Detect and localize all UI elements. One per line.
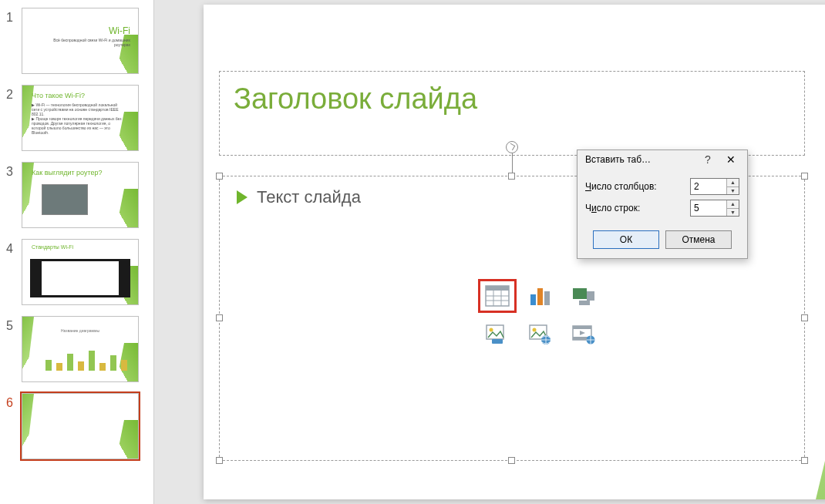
svg-point-15 (533, 328, 537, 332)
svg-rect-18 (573, 326, 591, 329)
insert-picture-button[interactable] (478, 318, 517, 351)
thumbnail-number: 5 (6, 316, 22, 333)
rotate-handle-icon[interactable] (506, 141, 518, 153)
thumbnail-4[interactable]: 4 Стандарты Wi-Fi (0, 231, 153, 308)
columns-input[interactable] (691, 179, 726, 194)
picture-icon (485, 324, 510, 345)
thumbnail-title: Стандарты Wi-Fi (32, 244, 73, 250)
thumbnail-3[interactable]: 3 Как выглядит роутер? (0, 154, 153, 231)
thumbnail-6[interactable]: 6 (0, 385, 153, 462)
thumbnail-subtitle: Всё беспроводной связи Wi-Fi и домашних … (53, 38, 130, 47)
rows-spinner[interactable]: ▲▼ (690, 200, 739, 217)
spin-up-icon[interactable]: ▲ (727, 179, 739, 187)
insert-table-dialog: Вставить таб… ? ✕ Число столбцов: ▲▼ Чис… (577, 150, 748, 259)
svg-rect-8 (544, 291, 550, 305)
dialog-help-button[interactable]: ? (698, 153, 718, 166)
columns-spinner[interactable]: ▲▼ (690, 178, 739, 195)
thumbnail-number: 6 (6, 393, 22, 410)
spin-down-icon[interactable]: ▼ (727, 187, 739, 195)
columns-label: Число столбцов: (585, 181, 690, 192)
spin-down-icon[interactable]: ▼ (727, 209, 739, 217)
rows-label: Число строк: (585, 203, 690, 213)
thumbnail-title: Wi-Fi (109, 25, 130, 36)
thumbnail-number: 4 (6, 239, 22, 256)
content-insert-icons (478, 279, 603, 351)
thumbnail-number: 3 (6, 162, 22, 179)
content-placeholder-text: Текст слайда (257, 187, 361, 207)
thumbnail-title: Как выглядит роутер? (32, 169, 103, 176)
thumbnail-number: 1 (6, 8, 22, 25)
online-picture-icon (528, 324, 553, 345)
insert-video-button[interactable] (564, 318, 603, 351)
svg-rect-9 (573, 288, 587, 299)
insert-chart-button[interactable] (521, 279, 560, 313)
slide-thumbnail-panel[interactable]: 1 Wi-Fi Всё беспроводной связи Wi-Fi и д… (0, 0, 154, 504)
smartart-icon (571, 285, 596, 307)
cancel-button[interactable]: Отмена (665, 230, 732, 249)
spin-up-icon[interactable]: ▲ (727, 200, 739, 209)
insert-table-button[interactable] (478, 279, 517, 313)
title-placeholder-text: Заголовок слайда (234, 82, 790, 116)
table-icon (485, 285, 510, 307)
thumbnail-title: Что такое Wi-Fi? (32, 92, 85, 99)
insert-online-picture-button[interactable] (521, 318, 560, 351)
slide-editor[interactable]: Заголовок слайда Текст слайда (154, 0, 825, 504)
dialog-title: Вставить таб… (585, 154, 698, 165)
video-icon (571, 324, 596, 345)
thumbnail-5[interactable]: 5 Название диаграммы (0, 308, 153, 385)
thumbnail-number: 2 (6, 85, 22, 102)
thumbnail-2[interactable]: 2 Что такое Wi-Fi? ▶ Wi-Fi — технология … (0, 77, 153, 154)
rows-input[interactable] (691, 200, 726, 216)
svg-rect-1 (486, 286, 509, 291)
dialog-close-button[interactable]: ✕ (718, 153, 744, 166)
bullet-icon (237, 190, 248, 204)
thumbnail-1[interactable]: 1 Wi-Fi Всё беспроводной связи Wi-Fi и д… (0, 0, 153, 77)
insert-smartart-button[interactable] (564, 279, 603, 313)
svg-point-12 (490, 328, 493, 332)
chart-icon (528, 285, 553, 307)
svg-rect-13 (492, 339, 503, 344)
ok-button[interactable]: ОК (593, 230, 659, 249)
svg-rect-7 (537, 288, 543, 305)
svg-rect-6 (530, 294, 536, 305)
